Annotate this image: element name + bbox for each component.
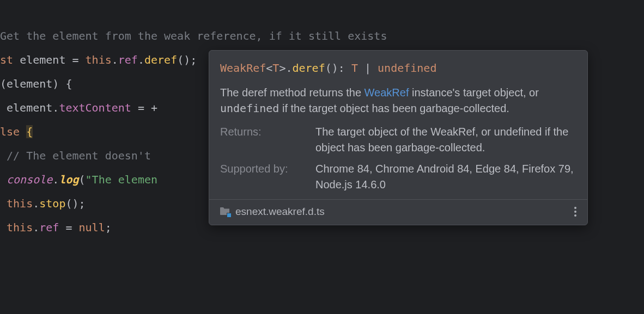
doc-link-weakref[interactable]: WeakRef [364, 87, 409, 98]
doc-inline-code: undefined [220, 102, 279, 115]
code-prop: textContent [59, 101, 131, 114]
matched-brace: { [26, 125, 33, 138]
code-comment: // The element doesn't [0, 149, 157, 162]
code-dot: . [138, 53, 144, 66]
code-comment: Get the element from the weak reference,… [0, 29, 387, 42]
sig-method: deref [292, 61, 325, 75]
code-op: = [72, 53, 85, 66]
doc-source-file[interactable]: esnext.weakref.d.ts [235, 204, 571, 219]
code-log: log [59, 173, 78, 186]
code-keyword: st [0, 53, 13, 66]
sig-type-name: WeakRef [220, 61, 266, 75]
code-op: + [144, 101, 157, 114]
code-op: = [138, 101, 144, 114]
code-dot: . [33, 221, 39, 234]
sig-undefined: undefined [378, 61, 436, 75]
code-method-stop: stop [39, 197, 65, 210]
supported-by-value: Chrome 84, Chrome Android 84, Edge 84, F… [315, 161, 576, 193]
supported-by-label: Supported by: [220, 161, 315, 193]
code-this: this [0, 221, 33, 234]
code-method-deref: deref [144, 53, 177, 66]
code-dot: . [33, 197, 39, 210]
code-console: console [0, 173, 52, 186]
code-variable: element [13, 53, 72, 66]
code-variable: element [0, 101, 52, 114]
code-punct: ; [105, 221, 112, 234]
more-options-button[interactable] [571, 204, 580, 219]
returns-label: Returns: [220, 124, 315, 156]
code-punct: ) { [52, 77, 72, 90]
quick-doc-tooltip[interactable]: WeakRef<T>.deref(): T | undefined The de… [209, 50, 588, 225]
code-string: "The elemen [86, 173, 157, 186]
code-punct: (); [177, 53, 197, 66]
code-this: this [0, 197, 33, 210]
code-dot: . [52, 101, 59, 114]
kebab-icon [574, 207, 576, 209]
code-punct: (); [65, 197, 85, 210]
code-punct: ( [79, 173, 86, 186]
code-dot: . [52, 173, 59, 186]
code-prop-ref: ref [39, 221, 59, 234]
doc-footer: esnext.weakref.d.ts [209, 199, 587, 225]
doc-meta-table: Returns: The target object of the WeakRe… [220, 124, 576, 193]
code-this: this [86, 53, 112, 66]
returns-value: The target object of the WeakRef, or und… [315, 124, 576, 156]
code-punct: ( [0, 77, 7, 90]
doc-description: The deref method returns the WeakRef ins… [220, 85, 576, 116]
code-dot: . [112, 53, 118, 66]
code-keyword-else: lse [0, 125, 26, 138]
code-op: = [65, 221, 72, 234]
code-prop-ref: ref [118, 53, 138, 66]
doc-signature: WeakRef<T>.deref(): T | undefined [220, 60, 576, 76]
code-variable: element [7, 77, 52, 90]
code-null: null [79, 221, 105, 234]
folder-icon [220, 207, 230, 216]
